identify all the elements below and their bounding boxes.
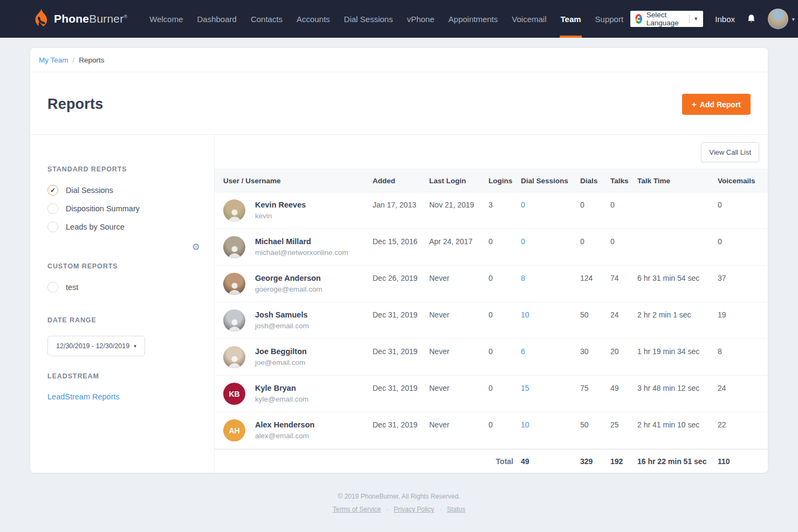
dial-sessions-link[interactable]: 0 — [521, 192, 580, 215]
column-header-dials: Dials — [580, 169, 610, 192]
talks-cell: 25 — [610, 412, 637, 434]
dial-sessions-link[interactable]: 15 — [521, 376, 580, 398]
total-talk-time: 16 hr 22 min 51 sec — [637, 450, 718, 473]
dials-cell: 50 — [580, 302, 610, 324]
radio-unchecked-icon[interactable] — [47, 203, 58, 214]
add-report-button[interactable]: + Add Report — [682, 94, 751, 115]
user-username: joe@email.com — [255, 358, 307, 367]
radio-unchecked-icon[interactable] — [47, 282, 58, 293]
nav-item-dashboard[interactable]: Dashboard — [190, 0, 244, 38]
talk-time-cell: 2 hr 41 min 10 sec — [637, 412, 718, 434]
nav-item-support[interactable]: Support — [588, 0, 631, 38]
nav-item-vphone[interactable]: vPhone — [400, 0, 442, 38]
table-row: Josh Samuels josh@email.com Dec 31, 2019… — [215, 302, 768, 339]
inbox-link[interactable]: Inbox — [715, 15, 735, 24]
notifications-bell-icon[interactable] — [747, 12, 756, 25]
user-row-photo-avatar — [223, 309, 245, 331]
user-row-photo-avatar — [223, 199, 245, 222]
user-cell[interactable]: AH Alex Henderson alex@email.com — [215, 412, 373, 448]
talk-time-cell: 6 hr 31 min 54 sec — [637, 266, 718, 288]
table-row: George Anderson goeroge@email.com Dec 26… — [215, 266, 768, 302]
last-login-cell: Never — [429, 339, 489, 361]
column-header-added: Added — [373, 169, 429, 192]
user-name: Kevin Reeves — [255, 199, 306, 209]
dial-sessions-link[interactable]: 10 — [521, 302, 580, 324]
footer-link-privacy-policy[interactable]: Privacy Policy — [394, 506, 434, 513]
radio-option-test[interactable]: test — [47, 282, 197, 293]
user-cell[interactable]: George Anderson goeroge@email.com — [215, 266, 373, 302]
table-total-row: Total 49 329 192 16 hr 22 min 51 sec 110 — [215, 449, 768, 473]
leadstream-reports-link[interactable]: LeadStream Reports — [47, 392, 120, 401]
user-row-photo-avatar — [223, 346, 245, 368]
date-range-value: 12/30/2019 - 12/30/2019 — [56, 342, 129, 350]
user-row-photo-avatar — [223, 273, 245, 295]
user-name: Joe Beggilton — [255, 346, 307, 356]
phoneburner-logo[interactable]: PhoneBurner® — [32, 9, 127, 29]
last-login-cell: Never — [429, 266, 489, 288]
standard-reports-header: STANDARD REPORTS — [47, 165, 197, 173]
page-header: Reports + Add Report — [30, 72, 768, 135]
dials-cell: 124 — [580, 266, 610, 288]
talks-cell: 49 — [610, 376, 637, 398]
radio-option-disposition-summary[interactable]: Disposition Summary — [47, 203, 197, 214]
user-name: Alex Henderson — [255, 419, 314, 429]
added-cell: Dec 31, 2019 — [373, 376, 429, 398]
date-range-dropdown[interactable]: 12/30/2019 - 12/30/2019 ▾ — [47, 336, 145, 356]
user-menu[interactable]: ▾ — [768, 9, 795, 29]
radio-option-dial-sessions[interactable]: ✓Dial Sessions — [47, 185, 197, 196]
radio-checked-icon[interactable]: ✓ — [47, 185, 58, 196]
nav-item-contacts[interactable]: Contacts — [244, 0, 290, 38]
dial-sessions-link[interactable]: 6 — [521, 339, 580, 361]
radio-label: Disposition Summary — [66, 204, 140, 213]
date-caret-icon: ▾ — [134, 343, 136, 349]
view-call-list-button[interactable]: View Call List — [701, 142, 759, 162]
main-menu: WelcomeDashboardContactsAccountsDial Ses… — [142, 0, 630, 38]
user-cell[interactable]: Michael Millard michael@networxonline.co… — [215, 229, 373, 265]
nav-item-voicemail[interactable]: Voicemail — [505, 0, 553, 38]
nav-item-appointments[interactable]: Appointments — [442, 0, 505, 38]
language-caret-icon[interactable]: ▼ — [693, 16, 698, 22]
radio-option-leads-by-source[interactable]: Leads by Source — [47, 222, 197, 232]
column-header-logins: Logins — [489, 169, 521, 192]
added-cell: Dec 31, 2019 — [373, 412, 429, 434]
last-login-cell: Never — [429, 376, 489, 398]
footer-link-status[interactable]: Status — [447, 506, 465, 513]
custom-reports-options: test — [47, 282, 197, 293]
logins-cell: 0 — [489, 266, 521, 288]
standard-reports-options: ✓Dial SessionsDisposition SummaryLeads b… — [47, 185, 197, 232]
nav-item-accounts[interactable]: Accounts — [290, 0, 337, 38]
table-header-row: User / UsernameAddedLast LoginLoginsDial… — [215, 169, 768, 192]
dial-sessions-link[interactable]: 0 — [521, 229, 580, 251]
user-cell[interactable]: Josh Samuels josh@email.com — [215, 302, 373, 338]
plus-icon: + — [692, 100, 697, 109]
top-navigation: PhoneBurner® WelcomeDashboardContactsAcc… — [0, 0, 798, 38]
user-cell[interactable]: Kevin Reeves kevin — [215, 192, 373, 229]
table-row: AH Alex Henderson alex@email.com Dec 31,… — [215, 412, 768, 449]
dials-cell: 30 — [580, 339, 610, 361]
date-range-header: DATE RANGE — [47, 316, 197, 324]
language-selector[interactable]: Select Language ▼ — [630, 11, 703, 27]
user-avatar[interactable] — [768, 9, 788, 29]
nav-item-dial-sessions[interactable]: Dial Sessions — [337, 0, 400, 38]
table-toolbar: View Call List — [215, 135, 768, 169]
user-cell[interactable]: KB Kyle Bryan kyle@email.com — [215, 376, 373, 412]
footer-link-terms-of-service[interactable]: Terms of Service — [333, 506, 381, 513]
breadcrumb-separator: / — [73, 56, 75, 64]
dials-cell: 0 — [580, 229, 610, 251]
radio-label: test — [66, 283, 78, 292]
reports-sidebar: STANDARD REPORTS ✓Dial SessionsDispositi… — [30, 135, 215, 473]
user-cell[interactable]: Joe Beggilton joe@email.com — [215, 339, 373, 375]
breadcrumb-my-team[interactable]: My Team — [39, 56, 68, 64]
radio-unchecked-icon[interactable] — [47, 222, 58, 232]
column-header-talks: Talks — [610, 169, 637, 192]
leadstream-header: LEADSTREAM — [47, 372, 197, 380]
logins-cell: 0 — [489, 229, 521, 251]
added-cell: Dec 31, 2019 — [373, 339, 429, 361]
nav-item-team[interactable]: Team — [553, 0, 588, 38]
dial-sessions-link[interactable]: 10 — [521, 412, 580, 434]
added-cell: Dec 15, 2016 — [373, 229, 429, 251]
dial-sessions-link[interactable]: 8 — [521, 266, 580, 288]
gear-icon[interactable]: ⚙ — [192, 241, 200, 253]
nav-item-welcome[interactable]: Welcome — [142, 0, 190, 38]
table-row: KB Kyle Bryan kyle@email.com Dec 31, 201… — [215, 376, 768, 412]
